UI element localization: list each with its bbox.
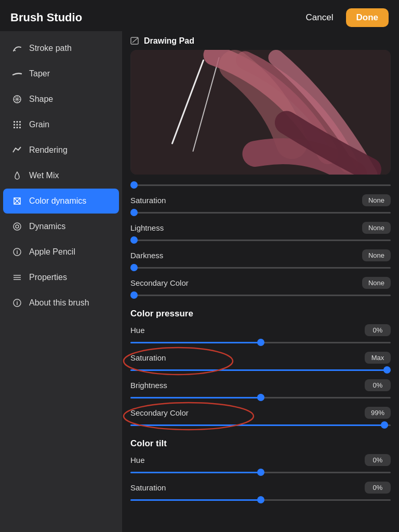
app-title: Brush Studio: [10, 11, 82, 24]
sidebar-item-apple-pencil[interactable]: i Apple Pencil: [3, 240, 119, 264]
cp-secondary-color-row: Secondary Color 99%: [130, 407, 391, 429]
dynamics-icon: [11, 221, 23, 232]
cancel-button[interactable]: Cancel: [300, 9, 340, 26]
svg-rect-10: [19, 124, 21, 126]
brush-strokes: [130, 50, 391, 175]
cp-brightness-slider[interactable]: [130, 397, 391, 398]
content-area: Drawing Pad: [122, 31, 399, 532]
header-actions: Cancel Done: [300, 8, 389, 27]
sidebar-label-dynamics: Dynamics: [29, 222, 65, 231]
color-pressure-title: Color pressure: [130, 309, 391, 319]
secondary-color-slider[interactable]: [130, 295, 391, 296]
apple-pencil-icon: i: [11, 246, 23, 258]
svg-rect-11: [14, 127, 15, 128]
cp-hue-label: Hue: [130, 326, 145, 335]
svg-point-16: [14, 223, 21, 230]
cp-brightness-badge: 0%: [365, 379, 391, 391]
cp-hue-row: Hue 0%: [130, 324, 391, 347]
top-slider-container: [130, 181, 391, 189]
darkness-badge: None: [362, 249, 391, 261]
darkness-label: Darkness: [130, 251, 163, 260]
lightness-slider[interactable]: [130, 240, 391, 241]
svg-rect-8: [14, 124, 15, 126]
darkness-slider[interactable]: [130, 267, 391, 269]
sidebar-item-wet-mix[interactable]: Wet Mix: [3, 163, 119, 188]
ct-hue-slider[interactable]: [130, 472, 391, 473]
sidebar-item-properties[interactable]: Properties: [3, 265, 119, 290]
sidebar-label-apple-pencil: Apple Pencil: [29, 247, 75, 257]
sidebar: Stroke path Taper Shape: [0, 31, 122, 532]
sidebar-item-about[interactable]: i About this brush: [3, 290, 119, 315]
darkness-row: Darkness None: [130, 249, 391, 272]
svg-line-26: [132, 39, 137, 43]
grain-icon: [11, 119, 23, 130]
cp-hue-badge: 0%: [365, 324, 391, 336]
svg-rect-13: [19, 127, 21, 128]
sidebar-item-shape[interactable]: Shape: [3, 87, 119, 112]
secondary-color-badge: None: [362, 277, 391, 289]
top-slider[interactable]: [130, 184, 391, 186]
done-button[interactable]: Done: [346, 8, 389, 27]
secondary-color-row: Secondary Color None: [130, 277, 391, 299]
main-layout: Stroke path Taper Shape: [0, 31, 399, 532]
sidebar-label-color-dynamics: Color dynamics: [29, 196, 86, 206]
svg-point-17: [16, 225, 19, 228]
svg-rect-5: [14, 121, 15, 123]
svg-line-27: [137, 38, 138, 39]
sidebar-label-wet-mix: Wet Mix: [29, 171, 59, 180]
cp-secondary-color-label: Secondary Color: [130, 408, 189, 417]
svg-text:i: i: [16, 249, 18, 255]
taper-icon: [11, 68, 23, 79]
ct-hue-badge: 0%: [365, 454, 391, 466]
drawing-pad-label: Drawing Pad: [144, 36, 194, 46]
cp-brightness-row: Brightness 0%: [130, 379, 391, 402]
ct-hue-label: Hue: [130, 456, 145, 464]
svg-rect-7: [19, 121, 21, 123]
ct-saturation-slider[interactable]: [130, 499, 391, 501]
cp-saturation-badge: Max: [365, 352, 391, 364]
sidebar-label-grain: Grain: [29, 120, 49, 129]
wet-mix-icon: [11, 170, 23, 181]
ct-saturation-row: Saturation 0%: [130, 482, 391, 504]
app-header: Brush Studio Cancel Done: [0, 0, 399, 31]
cp-secondary-color-slider[interactable]: [130, 424, 391, 426]
sidebar-label-taper: Taper: [29, 69, 50, 78]
properties-icon: [11, 272, 23, 283]
drawing-pad-icon: [130, 36, 140, 46]
cp-hue-slider[interactable]: [130, 342, 391, 343]
saturation-slider[interactable]: [130, 212, 391, 214]
stroke-path-icon: [11, 43, 23, 54]
cp-saturation-slider[interactable]: [130, 369, 391, 371]
svg-rect-6: [17, 121, 18, 123]
svg-rect-12: [17, 127, 18, 128]
sidebar-label-rendering: Rendering: [29, 145, 68, 155]
cp-secondary-color-badge: 99%: [365, 407, 391, 419]
sidebar-item-rendering[interactable]: Rendering: [3, 138, 119, 163]
saturation-badge: None: [362, 194, 391, 206]
cp-brightness-label: Brightness: [130, 381, 167, 390]
lightness-row: Lightness None: [130, 222, 391, 244]
saturation-row: Saturation None: [130, 194, 391, 217]
ct-saturation-badge: 0%: [365, 482, 391, 494]
color-dynamics-settings: Saturation None Lightness None: [122, 181, 399, 504]
sidebar-label-stroke-path: Stroke path: [29, 44, 72, 53]
shape-icon: [11, 94, 23, 105]
lightness-label: Lightness: [130, 223, 164, 232]
sidebar-item-color-dynamics[interactable]: Color dynamics: [3, 189, 119, 214]
color-tilt-title: Color tilt: [130, 438, 391, 449]
saturation-label: Saturation: [130, 196, 166, 205]
sidebar-item-grain[interactable]: Grain: [3, 112, 119, 137]
sidebar-item-dynamics[interactable]: Dynamics: [3, 214, 119, 239]
cp-saturation-row: Saturation Max: [130, 352, 391, 374]
cp-saturation-label: Saturation: [130, 353, 166, 362]
sidebar-label-properties: Properties: [29, 273, 67, 282]
sidebar-label-about: About this brush: [29, 298, 89, 308]
about-icon: i: [11, 297, 23, 309]
rendering-icon: [11, 144, 23, 156]
lightness-badge: None: [362, 222, 391, 234]
sidebar-item-taper[interactable]: Taper: [3, 61, 119, 86]
ct-hue-row: Hue 0%: [130, 454, 391, 476]
drawing-pad-header: Drawing Pad: [122, 31, 399, 50]
sidebar-item-stroke-path[interactable]: Stroke path: [3, 36, 119, 61]
secondary-color-label: Secondary Color: [130, 278, 189, 287]
